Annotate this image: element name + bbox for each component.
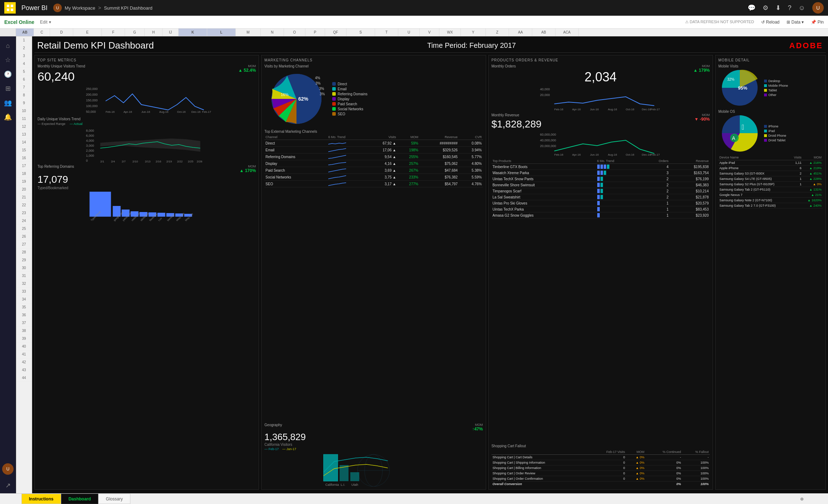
svg-text:1,000: 1,000 [86,154,94,157]
svg-text:50,000: 50,000 [86,110,96,114]
col-header-F[interactable]: F [102,29,125,36]
mobile-visits-label: Mobile Visits [718,64,823,68]
data-button[interactable]: ⊞ Data ▾ [787,20,804,25]
download-icon[interactable]: ⬇ [775,4,781,12]
cart-table: Feb-17 Visits MOM % Continued % Fallout … [492,449,710,487]
row-7: 7 [16,84,32,91]
user-avatar[interactable]: U [812,2,824,14]
workspace-label[interactable]: My Workspace [65,5,95,11]
prod-row-5: Timpanogos Scarf 2 $10,214 [492,188,710,194]
svg-rect-64 [324,454,338,481]
domains-chart: Typed/Book google.com yahoo.com reddit.c… [38,190,256,222]
revenue-mom: MOM ▼ -90% [694,113,710,122]
col-header-D[interactable]: D [50,29,73,36]
col-header-T[interactable]: T [375,29,398,36]
dev-row-1: Apple iPad 1,11 ▲ 216% [718,160,823,166]
geo-legend: — Feb-17 — Jan-17 [264,447,483,451]
col-header-H[interactable]: H [145,29,163,36]
cart-header-mom: MOM [626,449,645,455]
row-32: 32 [16,280,32,288]
row-numbers: 1 2 3 4 5 6 7 8 9 10 11 12 13 14 15 16 1… [16,36,32,493]
col-header-Y[interactable]: Y [461,29,486,36]
svg-text:Feb-16: Feb-16 [106,110,115,114]
expand-icon[interactable]: ⊕ [800,497,804,502]
row-9: 9 [16,99,32,107]
sidebar-avatar[interactable]: U [2,463,14,475]
svg-text:3,000: 3,000 [86,144,94,147]
col-header-ACA[interactable]: ACA [555,29,579,36]
col-header-M[interactable]: M [236,29,261,36]
comment-icon[interactable]: 💬 [748,4,755,12]
col-header-WX[interactable]: WX [439,29,461,36]
dev-header-name: Device Name [718,155,790,160]
svg-rect-1 [11,5,13,7]
col-header-G[interactable]: G [125,29,145,36]
mobile-pie-section: 95% 32% Desktop Mobile Phone Tablet Othe… [718,68,823,107]
help-icon[interactable]: ? [788,4,792,12]
visits-label: Visits by Marketing Channel [264,64,483,68]
dev-row-2: Apple iPhone 6 ▲ 219% [718,166,823,171]
svg-rect-40 [158,213,165,217]
col-header-E[interactable]: E [73,29,102,36]
smiley-icon[interactable]: ☺ [799,4,805,12]
sidebar-home-icon[interactable]: ⌂ [1,39,14,52]
col-header-C[interactable]: C [34,29,50,36]
row-2: 2 [16,44,32,52]
col-header-AA[interactable]: AA [509,29,532,36]
sidebar-recent-icon[interactable]: 🕐 [1,68,14,81]
pin-button[interactable]: 📌 Pin [811,20,824,25]
dev-row-7: Google Nexus 7 ▲ 21% [718,192,823,198]
svg-text:2/19: 2/19 [166,160,172,162]
col-header-K[interactable]: K [179,29,207,36]
products-title: PRODUCTS ORDERS & REVENUE [492,58,710,62]
row-25: 25 [16,225,32,233]
col-header-V[interactable]: V [420,29,439,36]
row-21: 21 [16,193,32,201]
col-header-S[interactable]: S [346,29,375,36]
tab-glossary[interactable]: Glossary [98,494,130,504]
tab-instructions[interactable]: Instructions [21,494,61,504]
prod-row-3: Uintas TechX Snow Pants 2 $76,199 [492,176,710,182]
edit-button[interactable]: Edit ▾ [40,20,51,25]
svg-text:t.co: t.co [158,217,162,222]
ch-header-cvr: CVR [459,135,483,140]
col-header-AB2[interactable]: AB [532,29,555,36]
settings-icon[interactable]: ⚙ [763,4,768,12]
svg-text:Feb-17: Feb-17 [202,110,211,114]
svg-text:4%: 4% [315,76,320,80]
col-header-Z[interactable]: Z [486,29,509,36]
monthly-visitors-mom: MOM ▲ 52.4% [238,64,256,73]
svg-text:2/4: 2/4 [111,160,115,162]
col-header-AB[interactable]: AB [16,29,34,36]
monthly-visitors-chart: 250,000 200,000 150,000 100,000 50,000 F… [38,85,256,114]
products-table: Top Products 6 Mo. Trend Orders Revenue … [492,158,710,218]
svg-text:Dec-16: Dec-16 [191,110,201,114]
geo-chart: California L.I. Utah [264,451,483,487]
cart-title: Shopping Cart Fallout [492,444,710,448]
svg-text:3%: 3% [315,81,321,85]
tab-dashboard[interactable]: Dashboard [61,494,99,504]
col-header-P[interactable]: P [305,29,325,36]
app-grid-icon[interactable] [4,2,16,14]
col-header-N[interactable]: N [261,29,284,36]
reload-button[interactable]: ↺ Reload [761,20,779,25]
sidebar-apps-icon[interactable]: ⊞ [1,82,14,95]
second-bar-right: ⚠ DATA REFRESH NOT SUPPORTED ↺ Reload ⊞ … [685,20,824,25]
col-header-QF[interactable]: QF [325,29,346,36]
sidebar-favorites-icon[interactable]: ☆ [1,54,14,66]
sidebar-expand-icon[interactable]: ↗ [1,479,14,492]
svg-text:Feb-16: Feb-16 [554,108,563,111]
sidebar-notifications-icon[interactable]: 🔔 [1,111,14,124]
prod-row-2: Wasatch Xtreme Parka 3 $163,754 [492,170,710,176]
svg-text:2/13: 2/13 [145,160,151,162]
row-39: 39 [16,335,32,343]
cart-header-name [492,449,589,455]
col-header-O[interactable]: O [284,29,305,36]
channels-title: Top External Marketing Channels [264,130,483,133]
svg-text:Feb-17: Feb-17 [650,153,660,156]
app-name: Power BI [21,4,48,12]
col-header-IJ[interactable]: IJ [163,29,179,36]
col-header-U[interactable]: U [398,29,420,36]
sidebar-shared-icon[interactable]: 👥 [1,96,14,109]
col-header-L[interactable]: L [207,29,236,36]
